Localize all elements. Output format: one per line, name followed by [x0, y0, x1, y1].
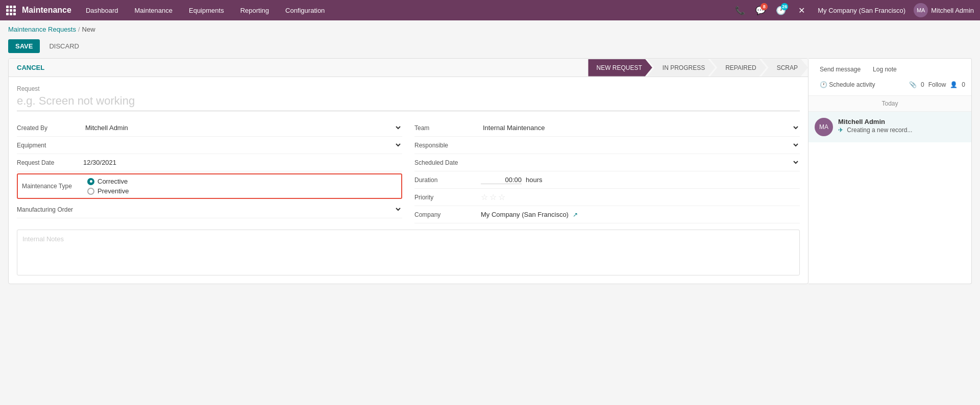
responsible-row: Responsible	[414, 137, 800, 154]
send-message-button[interactable]: Send message	[815, 63, 866, 76]
created-by-value[interactable]: Mitchell Admin	[83, 123, 402, 132]
maintenance-type-label: Maintenance Type	[22, 183, 83, 190]
chatter-user-name: Mitchell Admin	[838, 118, 965, 125]
chatter-user-avatar: MA	[815, 118, 833, 136]
schedule-icon: 🕐	[820, 81, 827, 88]
breadcrumb-parent[interactable]: Maintenance Requests	[8, 26, 76, 33]
messages-badge: 8	[761, 3, 768, 10]
status-in-progress[interactable]: IN PROGRESS	[647, 59, 715, 77]
breadcrumb-current: New	[82, 26, 95, 33]
maintenance-type-box: Maintenance Type Corrective Preventive	[17, 173, 402, 199]
user-avatar: MA	[914, 3, 928, 17]
phone-icon[interactable]: 📞	[732, 2, 748, 18]
star-2[interactable]: ☆	[489, 192, 497, 202]
chatter-message: MA Mitchell Admin ✈ Creating a new recor…	[808, 112, 971, 142]
status-repaired[interactable]: REPAIRED	[710, 59, 766, 77]
form-grid: Created By Mitchell Admin Equipment	[17, 119, 800, 223]
duration-row: Duration hours	[414, 171, 800, 189]
company-text: My Company (San Francisco)	[481, 211, 569, 218]
chatter-action-icon: ✈	[838, 126, 843, 134]
form-content: Request Created By Mitchell Admin	[9, 77, 808, 284]
scheduled-date-value[interactable]	[481, 158, 800, 167]
paperclip-icon[interactable]: 📎	[909, 81, 917, 88]
followers-count: 0	[962, 81, 965, 88]
nav-dashboard[interactable]: Dashboard	[80, 0, 125, 20]
request-label: Request	[17, 85, 800, 92]
user-menu[interactable]: MA Mitchell Admin	[914, 3, 974, 17]
star-3[interactable]: ☆	[498, 192, 505, 202]
scheduled-date-row: Scheduled Date	[414, 154, 800, 171]
discard-button[interactable]: DISCARD	[44, 39, 84, 53]
follow-button[interactable]: Follow	[928, 81, 946, 88]
equipment-value[interactable]	[83, 141, 402, 149]
close-icon[interactable]: ✕	[793, 2, 810, 18]
top-navigation: Maintenance Dashboard Maintenance Equipm…	[0, 0, 980, 20]
schedule-activity-button[interactable]: 🕐 Schedule activity	[815, 78, 880, 91]
messages-icon[interactable]: 💬 8	[752, 2, 769, 18]
equipment-select[interactable]	[83, 141, 402, 149]
request-date-input[interactable]	[83, 159, 402, 166]
status-scrap[interactable]: SCRAP	[762, 59, 808, 77]
equipment-label: Equipment	[17, 142, 83, 149]
team-label: Team	[414, 124, 481, 132]
team-value[interactable]: Internal Maintenance	[481, 123, 800, 132]
save-button[interactable]: SAVE	[8, 39, 40, 53]
chatter-today-label: Today	[808, 96, 971, 112]
equipment-row: Equipment	[17, 137, 402, 154]
manufacturing-order-label: Manufacturing Order	[17, 206, 83, 213]
duration-value: hours	[481, 176, 800, 184]
maintenance-type-options: Corrective Preventive	[87, 178, 129, 195]
app-title: Maintenance	[22, 6, 71, 15]
nav-equipments[interactable]: Equipments	[183, 0, 230, 20]
radio-preventive[interactable]: Preventive	[87, 187, 129, 195]
created-by-row: Created By Mitchell Admin	[17, 119, 402, 137]
radio-corrective-dot[interactable]	[87, 178, 94, 185]
company-external-link-icon[interactable]: ↗	[573, 211, 578, 218]
chatter-actions: Send message Log note 🕐 Schedule activit…	[808, 59, 971, 96]
cancel-button[interactable]: CANCEL	[9, 59, 53, 77]
scheduled-date-select[interactable]	[481, 158, 800, 167]
content-area: CANCEL NEW REQUEST IN PROGRESS REPAIRED …	[0, 58, 980, 292]
responsible-select[interactable]	[481, 141, 800, 149]
request-date-label: Request Date	[17, 159, 83, 166]
responsible-value[interactable]	[481, 141, 800, 149]
maintenance-type-row: Maintenance Type Corrective Preventive	[22, 178, 397, 195]
manufacturing-order-value[interactable]	[83, 205, 402, 214]
internal-notes-area[interactable]: Internal Notes	[17, 230, 800, 275]
chatter-panel: Send message Log note 🕐 Schedule activit…	[808, 58, 972, 284]
radio-corrective[interactable]: Corrective	[87, 178, 129, 185]
priority-stars[interactable]: ☆ ☆ ☆	[481, 192, 505, 202]
chatter-message-body: Mitchell Admin ✈ Creating a new record..…	[838, 118, 965, 136]
radio-corrective-label: Corrective	[97, 178, 128, 185]
right-column: Team Internal Maintenance Responsible	[414, 119, 800, 223]
priority-value: ☆ ☆ ☆	[481, 192, 800, 202]
apps-grid-icon[interactable]	[6, 6, 16, 15]
nav-reporting[interactable]: Reporting	[234, 0, 275, 20]
log-note-button[interactable]: Log note	[868, 63, 902, 76]
manufacturing-order-row: Manufacturing Order	[17, 201, 402, 218]
company-name: My Company (San Francisco)	[818, 7, 905, 14]
radio-preventive-dot[interactable]	[87, 188, 94, 195]
duration-label: Duration	[414, 176, 481, 184]
form-panel: CANCEL NEW REQUEST IN PROGRESS REPAIRED …	[8, 58, 808, 284]
activity-badge: 26	[781, 3, 788, 10]
duration-input[interactable]	[481, 176, 522, 184]
request-date-value	[83, 159, 402, 166]
nav-configuration[interactable]: Configuration	[279, 0, 331, 20]
team-select[interactable]: Internal Maintenance	[481, 123, 800, 132]
activity-icon[interactable]: 🕐 26	[773, 2, 789, 18]
status-bar: CANCEL NEW REQUEST IN PROGRESS REPAIRED …	[9, 59, 808, 77]
created-by-select[interactable]: Mitchell Admin	[83, 123, 402, 132]
request-input[interactable]	[17, 94, 800, 111]
responsible-label: Responsible	[414, 142, 481, 149]
company-label: Company	[414, 211, 481, 218]
breadcrumb: Maintenance Requests / New	[0, 20, 980, 36]
priority-label: Priority	[414, 194, 481, 201]
manufacturing-order-select[interactable]	[83, 205, 402, 214]
status-new-request[interactable]: NEW REQUEST	[588, 59, 652, 77]
nav-maintenance[interactable]: Maintenance	[129, 0, 179, 20]
created-by-label: Created By	[17, 124, 83, 132]
request-date-row: Request Date	[17, 154, 402, 171]
team-row: Team Internal Maintenance	[414, 119, 800, 137]
star-1[interactable]: ☆	[481, 192, 488, 202]
